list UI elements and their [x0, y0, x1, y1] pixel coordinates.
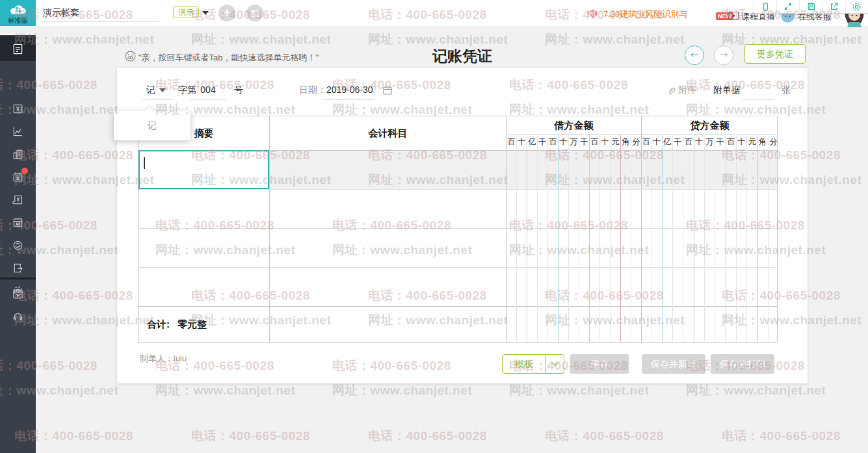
- notification-dot: [21, 168, 28, 174]
- total-row: 合计: 零元整: [147, 306, 207, 343]
- cashier-machine-icon: [12, 216, 24, 229]
- paperclip-icon: [666, 86, 677, 96]
- save-and-new-button[interactable]: 保存并新增: [642, 354, 705, 374]
- save-and-print-button[interactable]: 保存并打印: [711, 354, 774, 374]
- voucher-word-underline: [143, 99, 173, 99]
- date-input[interactable]: 2019-06-30: [326, 84, 373, 95]
- col-header-credit: 贷方金额: [641, 116, 778, 135]
- sidebar-item-salary[interactable]: [0, 234, 36, 256]
- prev-voucher-button[interactable]: ←: [685, 45, 704, 65]
- digit-col: 百: [683, 135, 694, 342]
- watermark-text: 网址：www.chanjet.net: [686, 382, 826, 399]
- app-root: 标准版 演示帐套 演示 + 7.30建筑业风险识别与 NEW 课程直播: [0, 0, 868, 453]
- watermark-text: 网址：www.chanjet.net: [509, 382, 649, 399]
- settings-gear-icon[interactable]: [845, 0, 868, 13]
- share-icon[interactable]: [822, 0, 845, 13]
- watermark-text: 网址：www.chanjet.net: [332, 382, 472, 399]
- digit-col: 万: [705, 135, 715, 342]
- mobile-icon[interactable]: [754, 0, 776, 13]
- total-value: 零元整: [178, 318, 207, 331]
- template-button[interactable]: 模板: [502, 354, 564, 374]
- sidebar-item-support[interactable]: [0, 305, 36, 327]
- chevron-down-icon: [552, 362, 559, 367]
- sidebar-item-assets[interactable]: [0, 143, 36, 165]
- reports-chart-icon: [12, 125, 24, 138]
- account-set-name[interactable]: 演示帐套: [43, 7, 79, 19]
- brand-logo[interactable]: 标准版: [0, 0, 36, 26]
- video-player-icon: [12, 289, 24, 300]
- next-voucher-button[interactable]: →: [714, 45, 733, 65]
- preparer-label: 制单人：lulu: [140, 353, 187, 365]
- digit-col: 元: [747, 135, 757, 342]
- carryover-doc-icon: [12, 262, 24, 274]
- voucher-number-underline: [190, 99, 226, 99]
- voucher-table: 摘要 会计科目 借方金额 贷方金额 百十亿千百十万千百十元角分 百十亿千百十万千…: [138, 116, 778, 343]
- digit-col: 亿: [663, 135, 673, 342]
- sidebar-nav: [0, 35, 36, 453]
- col-divider: [506, 116, 507, 342]
- digit-col: 十: [517, 135, 527, 342]
- fullscreen-icon[interactable]: [776, 0, 799, 13]
- dropdown-option[interactable]: 记: [114, 111, 191, 140]
- course-live-tv-icon: [728, 10, 739, 20]
- account-dropdown-caret-icon[interactable]: [202, 11, 209, 15]
- floating-toolbar: [754, 0, 868, 14]
- voucher-number-input[interactable]: 004: [190, 84, 226, 95]
- apps-grid-button[interactable]: [246, 5, 263, 21]
- announcement-speaker-icon: [587, 8, 598, 19]
- digit-col: 十: [651, 135, 662, 342]
- col-divider: [641, 116, 642, 342]
- account-set-underline: [40, 21, 159, 21]
- edition-label: 标准版: [0, 16, 36, 25]
- watermark-text: 电话：400-665-0028: [191, 428, 310, 445]
- digit-col: 百: [590, 135, 600, 342]
- digit-col: 分: [631, 135, 641, 342]
- date-underline: [324, 99, 375, 99]
- digit-col: 角: [757, 135, 768, 342]
- template-dropdown-toggle[interactable]: [546, 355, 564, 373]
- sidebar-item-cash-journal[interactable]: [0, 97, 36, 120]
- watermark-text: 电话：400-665-0028: [368, 428, 487, 445]
- debit-amount-grid[interactable]: 百十亿千百十万千百十元角分: [506, 135, 641, 342]
- selected-summary-cell[interactable]: [138, 150, 269, 189]
- attach-count-underline: [743, 99, 774, 99]
- digit-col: 万: [569, 135, 579, 342]
- col-header-debit: 借方金额: [506, 116, 641, 135]
- credit-amount-grid[interactable]: 百十亿千百十万千百十元角分: [641, 135, 778, 342]
- more-vouchers-button[interactable]: 更多凭证: [744, 44, 806, 64]
- digit-col: 元: [611, 135, 621, 342]
- voucher-word-select[interactable]: 记: [146, 84, 155, 96]
- template-button-label[interactable]: 模板: [503, 355, 546, 373]
- attachment-label[interactable]: 附件: [678, 84, 696, 96]
- quick-add-button[interactable]: +: [218, 5, 235, 21]
- save-disk-icon[interactable]: [799, 0, 822, 13]
- sidebar-item-carryover[interactable]: [0, 257, 36, 279]
- digit-col: 十: [600, 135, 611, 342]
- company-building-icon: [12, 148, 24, 161]
- voucher-word-caret-icon[interactable]: [159, 88, 166, 92]
- sidebar-item-voucher[interactable]: [0, 36, 36, 61]
- voucher-number-unit-label: 号: [234, 84, 243, 96]
- digit-col: 百: [641, 135, 651, 342]
- sidebar-item-reports[interactable]: [0, 120, 36, 142]
- sidebar-separator: [0, 278, 36, 279]
- col-divider: [269, 116, 270, 342]
- col-header-account: 会计科目: [269, 116, 506, 150]
- watermark-text: 电话：400-665-0028: [545, 428, 664, 445]
- calendar-icon[interactable]: [382, 85, 393, 96]
- announcement-link[interactable]: 7.30建筑业风险识别与: [603, 8, 687, 20]
- sidebar-item-voucher-list[interactable]: [0, 188, 36, 211]
- cash-journal-icon: [12, 103, 24, 115]
- voucher-scroll-icon: [12, 194, 24, 206]
- date-label: 日期：: [299, 84, 326, 96]
- attach-unit-label: 张: [782, 84, 791, 96]
- save-button[interactable]: 保存: [570, 354, 629, 374]
- sidebar-item-cashier[interactable]: [0, 211, 36, 233]
- digit-col: 千: [673, 135, 683, 342]
- sidebar-item-period-checkout[interactable]: [0, 166, 36, 188]
- digit-col: 百: [548, 135, 559, 342]
- demo-badge: 演示: [173, 6, 199, 18]
- sidebar-item-video[interactable]: [0, 283, 36, 305]
- digit-col: 百: [506, 135, 517, 342]
- digit-col: 十: [737, 135, 747, 342]
